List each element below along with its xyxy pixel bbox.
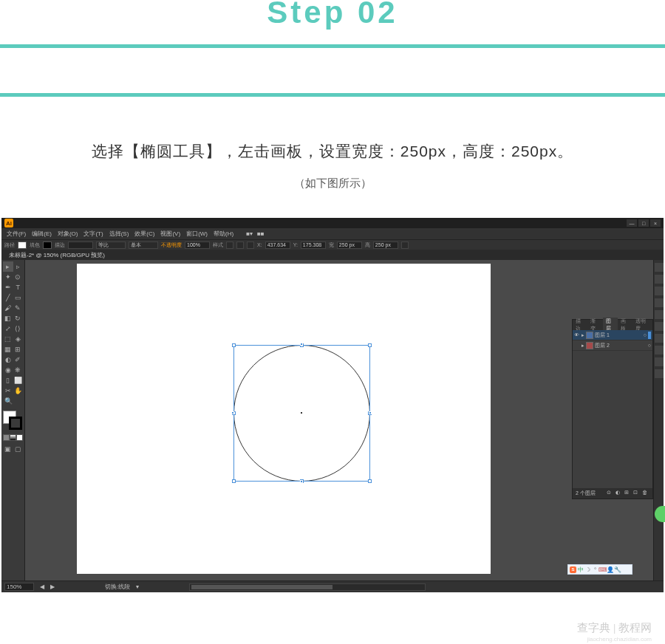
selection-tool[interactable]: ▸ <box>3 261 13 272</box>
x-input[interactable]: 437.634 <box>265 242 290 249</box>
document-tab[interactable]: 未标题-2* @ 150% (RGB/GPU 预览) <box>4 251 109 259</box>
zoom-input[interactable]: 150% <box>4 583 34 591</box>
eraser-tool[interactable]: ◧ <box>3 313 13 323</box>
pencil-tool[interactable]: ✎ <box>13 303 24 313</box>
ime-keyboard-icon[interactable]: ⌨ <box>599 566 606 573</box>
arrange-documents[interactable]: ■■ <box>257 230 265 237</box>
target-icon[interactable]: ○ <box>648 343 651 348</box>
perspective-tool[interactable]: ▦ <box>3 344 13 354</box>
type-tool[interactable]: T <box>13 282 24 292</box>
h-input[interactable]: 250 px <box>373 242 398 249</box>
dock-swatches-icon[interactable] <box>655 275 664 284</box>
handle-tr[interactable] <box>368 343 372 347</box>
nav-prev-icon[interactable]: ◀ <box>40 583 44 590</box>
expand-icon[interactable]: ▸ <box>582 343 584 349</box>
new-layer-icon[interactable]: ⊡ <box>633 490 641 497</box>
menu-object[interactable]: 对象(O) <box>55 230 81 238</box>
stroke-swatch[interactable] <box>43 242 52 249</box>
menu-select[interactable]: 选择(S) <box>107 230 132 238</box>
nav-dropdown-icon[interactable]: ▾ <box>136 583 139 590</box>
y-input[interactable]: 175.308 <box>301 242 326 249</box>
rectangle-tool[interactable]: ▭ <box>13 292 24 303</box>
dock-brushes-icon[interactable] <box>655 287 664 295</box>
gradient-tool[interactable]: ◐ <box>3 354 13 365</box>
anchor-bottom[interactable] <box>300 480 303 483</box>
transform-icon[interactable] <box>247 242 254 249</box>
link-wh-icon[interactable] <box>401 242 409 249</box>
width-tool[interactable]: ⟨⟩ <box>13 323 24 334</box>
anchor-top[interactable] <box>300 343 303 346</box>
color-mode-none[interactable] <box>16 434 23 441</box>
symbol-sprayer-tool[interactable]: ❋ <box>13 365 24 375</box>
dock-appearance-icon[interactable] <box>655 346 664 354</box>
menu-effect[interactable]: 效果(C) <box>132 230 157 238</box>
scale-tool[interactable]: ⤢ <box>3 323 13 334</box>
brush-tool[interactable]: 🖌 <box>3 303 13 313</box>
magic-wand-tool[interactable]: ✦ <box>3 272 13 282</box>
hand-tool[interactable]: ✋ <box>13 386 24 396</box>
layer-row[interactable]: 👁 ▸ 图层 1 ○ <box>573 330 652 340</box>
layer-row[interactable]: ▸ 图层 2 ○ <box>573 340 652 351</box>
menu-edit[interactable]: 编辑(E) <box>30 230 54 238</box>
target-icon[interactable]: ○ <box>644 332 647 338</box>
artboard-tool[interactable]: ⬜ <box>13 375 24 386</box>
canvas-area[interactable]: S 中 ☽ ° ⌨ 👤 🔧 <box>25 260 653 580</box>
visibility-icon[interactable] <box>574 343 580 349</box>
eyedropper-tool[interactable]: ✐ <box>13 354 24 365</box>
make-clipping-mask-icon[interactable]: ◐ <box>615 490 623 497</box>
maximize-button[interactable]: □ <box>638 219 649 227</box>
layer-name[interactable]: 图层 2 <box>595 342 647 349</box>
fill-swatch[interactable] <box>18 242 27 249</box>
brush-dropdown[interactable]: 基本 <box>129 242 158 249</box>
shape-builder-tool[interactable]: ◈ <box>13 334 24 344</box>
locate-object-icon[interactable]: ⊙ <box>607 490 614 497</box>
nav-next-icon[interactable]: ▶ <box>50 583 55 590</box>
dock-symbols-icon[interactable] <box>655 298 664 307</box>
menu-help[interactable]: 帮助(H) <box>211 230 236 238</box>
line-tool[interactable]: ╱ <box>3 292 13 303</box>
color-mode-gradient[interactable] <box>10 434 16 441</box>
align-icon[interactable] <box>236 242 244 249</box>
workspace-switcher[interactable]: ■▾ <box>246 230 253 237</box>
opacity-input[interactable]: 100% <box>185 242 210 249</box>
handle-tl[interactable] <box>232 343 236 347</box>
minimize-button[interactable]: — <box>627 219 637 227</box>
column-graph-tool[interactable]: ▯ <box>3 375 13 386</box>
w-input[interactable]: 250 px <box>337 242 362 249</box>
zoom-tool[interactable]: 🔍 <box>3 396 13 406</box>
horizontal-scrollbar[interactable] <box>189 583 426 591</box>
screen-mode-normal[interactable]: ▣ <box>3 444 13 454</box>
color-mode-normal[interactable] <box>3 434 10 441</box>
ime-logo-icon[interactable]: S <box>570 566 576 573</box>
mesh-tool[interactable]: ⊞ <box>13 344 24 354</box>
close-button[interactable]: × <box>650 219 661 227</box>
ime-moon-icon[interactable]: ☽ <box>584 566 591 573</box>
stroke-weight-input[interactable] <box>68 242 93 249</box>
layer-name[interactable]: 图层 1 <box>595 332 642 339</box>
dock-gradient-icon[interactable] <box>655 322 664 331</box>
blend-tool[interactable]: ◉ <box>3 365 13 375</box>
fill-stroke-control[interactable] <box>3 411 24 431</box>
dock-color-icon[interactable] <box>655 263 664 272</box>
ime-toolbar[interactable]: S 中 ☽ ° ⌨ 👤 🔧 <box>567 564 632 575</box>
free-transform-tool[interactable]: ⬚ <box>3 334 13 344</box>
menu-file[interactable]: 文件(F) <box>4 230 28 238</box>
dock-graphic-styles-icon[interactable] <box>655 357 664 366</box>
lasso-tool[interactable]: ⊙ <box>13 272 24 282</box>
anchor-left[interactable] <box>231 411 234 414</box>
style-swatch[interactable] <box>226 242 233 249</box>
anchor-right[interactable] <box>369 411 372 414</box>
new-sublayer-icon[interactable]: ⊞ <box>624 490 632 497</box>
slice-tool[interactable]: ✂ <box>3 386 13 396</box>
scroll-thumb[interactable] <box>191 585 332 589</box>
dock-transparency-icon[interactable] <box>655 334 664 343</box>
ime-settings-icon[interactable]: 🔧 <box>614 566 621 573</box>
menu-view[interactable]: 视图(V) <box>158 230 183 238</box>
menu-type[interactable]: 文字(T) <box>81 230 105 238</box>
pen-tool[interactable]: ✒ <box>3 282 13 292</box>
ime-user-icon[interactable]: 👤 <box>607 566 613 573</box>
expand-icon[interactable]: ▸ <box>582 332 584 338</box>
screen-mode-full[interactable]: ▢ <box>13 444 24 454</box>
profile-dropdown[interactable]: 等比 <box>96 242 126 249</box>
handle-bl[interactable] <box>232 479 236 483</box>
